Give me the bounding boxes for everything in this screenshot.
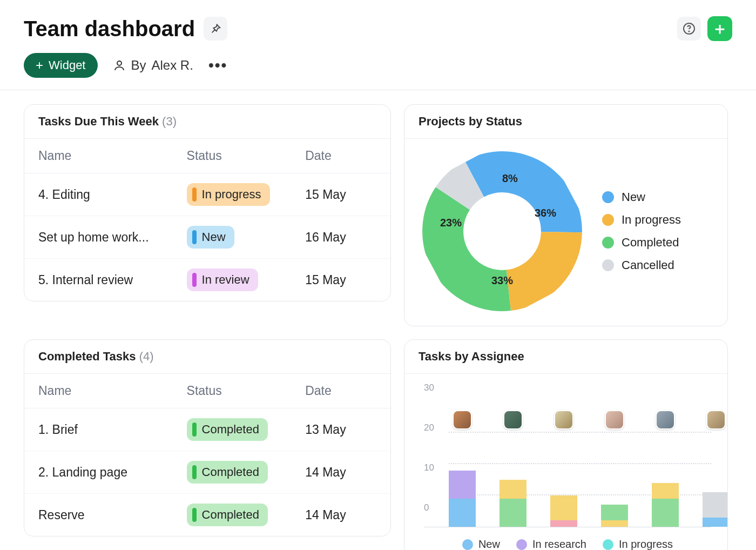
legend-item: In progress <box>603 538 673 550</box>
legend-dot <box>462 539 473 550</box>
legend-label: In research <box>532 538 586 550</box>
donut-slice-label: 33% <box>491 274 513 287</box>
card-count: (3) <box>162 115 177 128</box>
legend-dot <box>602 214 614 226</box>
donut-legend: NewIn progressCompletedCancelled <box>602 190 681 272</box>
legend-item: New <box>462 538 500 550</box>
avatar <box>503 410 523 430</box>
legend-dot <box>603 539 613 550</box>
legend-dot <box>602 237 614 249</box>
status-cell: Completed <box>187 504 306 526</box>
date-cell: 16 May <box>305 230 376 245</box>
bar-segment <box>652 483 679 499</box>
author-info[interactable]: By Alex R. <box>113 58 193 73</box>
table-row[interactable]: 4. EditingIn progress15 May <box>24 173 390 216</box>
dashboard-header: Team dashboard ＋ + Widget By Alex R. ••• <box>0 0 756 90</box>
bar-chart: 3020100 NewIn researchIn progress <box>404 374 727 550</box>
svg-point-2 <box>117 61 122 65</box>
widget-button-label: Widget <box>49 58 85 72</box>
plus-icon: ＋ <box>712 18 728 40</box>
y-tick: 30 <box>424 383 711 393</box>
bar-column[interactable] <box>550 424 577 527</box>
bar-segment <box>652 499 679 527</box>
donut-slice-label: 23% <box>440 217 462 229</box>
status-badge: In review <box>187 269 258 291</box>
status-badge: New <box>187 226 234 249</box>
card-title: Tasks by Assignee <box>404 340 727 374</box>
task-name: 1. Brief <box>38 422 187 437</box>
card-title: Projects by Status <box>404 105 727 139</box>
bar-column[interactable] <box>601 424 628 527</box>
donut-slice-label: 8% <box>502 172 518 185</box>
task-name: Set up home work... <box>38 230 187 245</box>
help-button[interactable] <box>677 17 701 41</box>
date-cell: 14 May <box>305 465 376 480</box>
bar-segment <box>500 499 526 527</box>
col-date: Date <box>305 149 376 163</box>
col-status: Status <box>187 384 306 398</box>
card-count: (4) <box>139 350 154 363</box>
avatar <box>706 410 726 430</box>
status-badge: Completed <box>187 418 268 441</box>
card-title-text: Completed Tasks <box>38 350 136 363</box>
avatar <box>453 410 472 430</box>
avatar <box>656 410 675 430</box>
col-date: Date <box>305 384 376 398</box>
status-badge: Completed <box>187 504 268 526</box>
table-header: Name Status Date <box>24 374 390 408</box>
col-name: Name <box>38 149 187 163</box>
bar-column[interactable] <box>652 424 679 527</box>
task-name: Reserve <box>38 508 187 522</box>
table-row[interactable]: 2. Landing pageCompleted14 May <box>24 451 390 494</box>
legend-item: Cancelled <box>602 258 681 272</box>
completed-tasks-card: Completed Tasks (4) Name Status Date 1. … <box>24 339 391 536</box>
legend-item: In progress <box>602 213 681 227</box>
bar-legend: NewIn researchIn progress <box>424 527 711 550</box>
svg-point-1 <box>688 31 689 31</box>
bar-segment <box>550 520 577 527</box>
bar-segment <box>703 492 728 517</box>
table-row[interactable]: Set up home work...New16 May <box>24 216 390 259</box>
avatar <box>554 410 573 430</box>
legend-item: New <box>602 190 681 204</box>
bar-column[interactable] <box>449 424 476 527</box>
table-header: Name Status Date <box>24 139 390 173</box>
card-title: Tasks Due This Week (3) <box>24 105 390 139</box>
legend-label: In progress <box>619 538 673 550</box>
bar-segment <box>601 520 628 527</box>
pin-button[interactable] <box>204 17 227 41</box>
legend-item: In research <box>516 538 586 550</box>
author-name: Alex R. <box>152 58 193 73</box>
legend-dot <box>602 191 614 203</box>
bar-column[interactable] <box>703 424 728 527</box>
bar-segment <box>449 471 476 499</box>
table-row[interactable]: ReserveCompleted14 May <box>24 494 390 536</box>
legend-item: Completed <box>602 236 681 250</box>
author-prefix: By <box>131 58 146 73</box>
help-icon <box>683 22 696 35</box>
legend-label: New <box>478 538 500 550</box>
table-row[interactable]: 5. Internal reviewIn review15 May <box>24 259 390 301</box>
task-name: 5. Internal review <box>38 273 187 287</box>
legend-dot <box>516 539 527 550</box>
legend-label: Completed <box>622 236 679 250</box>
card-title: Completed Tasks (4) <box>24 340 390 374</box>
tasks-by-assignee-card: Tasks by Assignee 3020100 NewIn research… <box>404 339 728 550</box>
task-name: 2. Landing page <box>38 465 187 480</box>
bar-segment <box>550 495 577 520</box>
task-name: 4. Editing <box>38 187 187 202</box>
pin-icon <box>210 23 221 35</box>
add-button[interactable]: ＋ <box>707 16 732 41</box>
add-widget-button[interactable]: + Widget <box>24 53 98 78</box>
table-row[interactable]: 1. BriefCompleted13 May <box>24 408 390 451</box>
plus-icon: + <box>36 59 43 72</box>
legend-label: In progress <box>622 213 681 227</box>
status-badge: Completed <box>187 461 268 484</box>
bar-column[interactable] <box>500 424 526 527</box>
status-cell: In review <box>187 269 306 291</box>
legend-label: New <box>622 190 645 204</box>
date-cell: 13 May <box>305 422 376 437</box>
page-title: Team dashboard <box>24 17 195 41</box>
more-menu-button[interactable]: ••• <box>208 57 227 74</box>
donut-slice-label: 36% <box>535 207 556 219</box>
